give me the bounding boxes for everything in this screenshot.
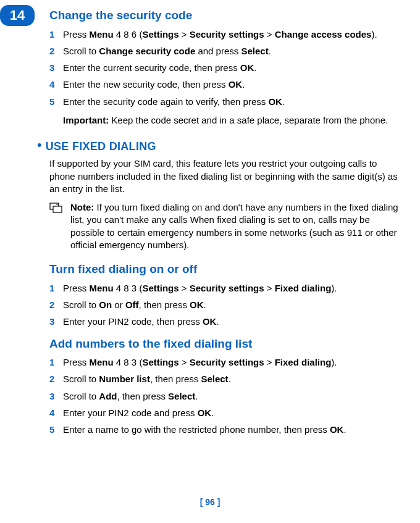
step-row: 1 Press Menu 4 8 3 (Settings > Security …	[49, 282, 401, 295]
step-number: 2	[49, 299, 63, 311]
step-row: 1 Press Menu 4 8 6 (Settings > Security …	[49, 28, 401, 41]
step-row: 3 Enter the current security code, then …	[49, 62, 401, 74]
step-text: Enter your PIN2 code and press OK.	[63, 407, 401, 419]
step-row: 2 Scroll to Change security code and pre…	[49, 45, 401, 57]
important-text: Keep the code secret and in a safe place…	[109, 115, 388, 125]
svg-rect-1	[53, 206, 62, 212]
step-number: 4	[49, 78, 63, 91]
note-block: Note: If you turn fixed dialing on and d…	[49, 201, 401, 251]
step-text: Enter the new security code, then press …	[63, 78, 401, 91]
important-label: Important:	[63, 115, 109, 125]
step-text: Press Menu 4 8 6 (Settings > Security se…	[63, 28, 401, 41]
bullet-icon: •	[37, 138, 42, 152]
step-text: Scroll to On or Off, then press OK.	[63, 299, 401, 311]
step-row: 5 Enter a name to go with the restricted…	[49, 424, 401, 436]
step-number: 5	[49, 424, 63, 436]
step-text: Scroll to Number list, then press Select…	[63, 373, 401, 385]
section2-title: USE FIXED DIALING	[46, 139, 156, 154]
section4-title: Add numbers to the fixed dialing list	[49, 336, 401, 352]
step-text: Scroll to Change security code and press…	[63, 45, 401, 57]
step-row: 1 Press Menu 4 8 3 (Settings > Security …	[49, 356, 401, 369]
step-row: 5 Enter the security code again to verif…	[49, 96, 401, 108]
note-text-wrap: Note: If you turn fixed dialing on and d…	[70, 201, 401, 251]
step-number: 4	[49, 407, 63, 419]
step-text: Press Menu 4 8 3 (Settings > Security se…	[63, 356, 401, 369]
step-row: 2 Scroll to On or Off, then press OK.	[49, 299, 401, 311]
section2-heading: • USE FIXED DIALING	[37, 139, 401, 154]
step-number: 1	[49, 28, 63, 41]
important-block: Important: Keep the code secret and in a…	[63, 114, 401, 127]
page-tab-badge: 14	[0, 5, 35, 26]
note-body: If you turn fixed dialing on and don't h…	[70, 202, 398, 250]
step-number: 2	[49, 45, 63, 57]
step-number: 3	[49, 62, 63, 74]
note-icon	[49, 201, 67, 251]
section1-title: Change the security code	[49, 7, 401, 23]
step-text: Enter the security code again to verify,…	[63, 96, 401, 108]
step-row: 2 Scroll to Number list, then press Sele…	[49, 373, 401, 385]
step-row: 3 Enter your PIN2 code, then press OK.	[49, 316, 401, 328]
step-text: Scroll to Add, then press Select.	[63, 390, 401, 403]
step-text: Press Menu 4 8 3 (Settings > Security se…	[63, 282, 401, 295]
step-number: 3	[49, 316, 63, 328]
step-number: 3	[49, 390, 63, 403]
section3-title: Turn fixed dialing on or off	[49, 261, 401, 277]
page-tab-number: 14	[10, 6, 25, 25]
step-number: 1	[49, 282, 63, 295]
step-text: Enter the current security code, then pr…	[63, 62, 401, 74]
step-row: 4 Enter your PIN2 code and press OK.	[49, 407, 401, 419]
step-row: 3 Scroll to Add, then press Select.	[49, 390, 401, 403]
page-content: Change the security code 1 Press Menu 4 …	[0, 0, 420, 436]
page-footer: [ 96 ]	[0, 496, 420, 508]
step-text: Enter your PIN2 code, then press OK.	[63, 316, 401, 328]
step-number: 2	[49, 373, 63, 385]
step-row: 4 Enter the new security code, then pres…	[49, 78, 401, 91]
step-number: 1	[49, 356, 63, 369]
note-label: Note:	[70, 202, 94, 212]
section2-intro: If supported by your SIM card, this feat…	[49, 157, 401, 195]
step-number: 5	[49, 96, 63, 108]
step-text: Enter a name to go with the restricted p…	[63, 424, 401, 436]
